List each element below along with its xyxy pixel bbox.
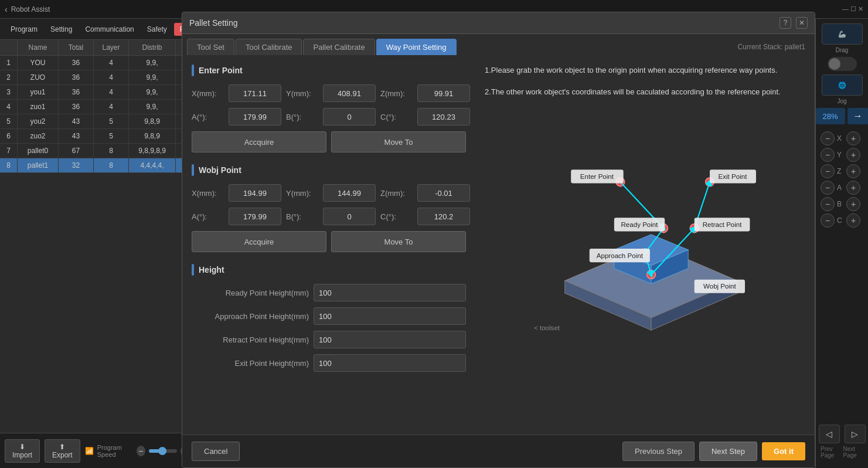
b-axis-label: B: [837, 200, 844, 208]
wobj-y-input[interactable]: [323, 184, 376, 202]
exit-height-input[interactable]: [314, 354, 466, 372]
enter-b-label: B(°):: [286, 113, 318, 121]
arrow-right-button[interactable]: →: [847, 108, 869, 124]
wobj-c-input[interactable]: [417, 208, 470, 225]
info-text-1: 1.Please grab the work object to the ori…: [485, 65, 805, 77]
b-minus-button[interactable]: −: [821, 197, 835, 211]
tab-way-point-setting[interactable]: Way Point Setting: [376, 39, 457, 55]
enter-a-input[interactable]: [229, 108, 281, 126]
table-row[interactable]: 6 zuo2 43 5 9,8,9: [0, 129, 182, 144]
col-num: [0, 40, 18, 55]
c-plus-button[interactable]: +: [846, 213, 860, 228]
enter-c-label: C(°):: [380, 113, 413, 121]
row-name: pallet0: [18, 144, 59, 158]
enter-point-abc-row: A(°): B(°): C(°):: [192, 108, 466, 126]
waypoint-diagram: Enter Point Exit Point Ready Point Retra…: [485, 108, 805, 342]
retract-height-input[interactable]: [314, 331, 466, 348]
row-name: you1: [18, 85, 59, 99]
wifi-icon: 📶: [85, 447, 94, 455]
table-row[interactable]: 2 ZUO 36 4 9,9,: [0, 70, 182, 85]
row-distrib: 9,9,: [129, 70, 176, 84]
enter-y-input[interactable]: [323, 84, 376, 102]
table-row[interactable]: 8 pallet1 32 8 4,4,4,4,: [0, 158, 182, 173]
enter-b-input[interactable]: [323, 108, 376, 126]
right-bottom-nav: ◁ ▷ Prev Page Next Page: [816, 420, 868, 463]
wobj-y-label: Y(mm):: [286, 189, 318, 198]
got-it-button[interactable]: Got it: [762, 442, 805, 460]
import-button[interactable]: ⬇ Import: [5, 439, 40, 463]
previous-step-button[interactable]: Previous Step: [622, 442, 695, 461]
wobj-a-input[interactable]: [229, 208, 281, 225]
tab-tool-calibrate[interactable]: Tool Calibrate: [236, 39, 302, 55]
row-layer: 8: [94, 158, 129, 172]
x-plus-button[interactable]: +: [846, 131, 860, 145]
nav-safety[interactable]: Safety: [141, 23, 173, 36]
c-minus-button[interactable]: −: [821, 213, 835, 228]
a-axis-label: A: [837, 184, 844, 192]
wobj-x-input[interactable]: [229, 184, 281, 202]
wobj-z-input[interactable]: [417, 184, 470, 202]
y-plus-button[interactable]: +: [846, 148, 860, 162]
speed-section: 📶 Program Speed − +: [85, 444, 189, 458]
approach-height-input[interactable]: [314, 307, 466, 325]
wobj-point-xyz-row: X(mm): Y(mm): Z(mm):: [192, 184, 466, 202]
wobj-point-header: Wobj Point: [192, 164, 466, 176]
enter-y-label: Y(mm):: [286, 89, 318, 98]
exit-height-row: Exit Point Height(mm): [192, 354, 466, 372]
table-row[interactable]: 3 you1 36 4 9,9,: [0, 85, 182, 100]
tab-pallet-calibrate[interactable]: Pallet Calibrate: [303, 39, 375, 55]
wobj-a-label: A(°):: [192, 212, 224, 221]
y-minus-button[interactable]: −: [821, 148, 835, 162]
dialog-content: Enter Point X(mm): Y(mm): Z(mm): A(°): B…: [182, 55, 815, 440]
c-axis-row: − C +: [816, 212, 868, 229]
enter-point-diagram-label: Enter Point: [580, 173, 614, 180]
b-plus-button[interactable]: +: [846, 197, 860, 211]
enter-acquire-button[interactable]: Accquire: [192, 131, 326, 152]
row-total: 43: [59, 129, 94, 143]
back-icon[interactable]: ‹: [5, 5, 8, 14]
enter-point-xyz-row: X(mm): Y(mm): Z(mm):: [192, 84, 466, 102]
jog-globe-button[interactable]: 🌐: [822, 74, 863, 96]
height-title: Height: [199, 265, 224, 274]
wobj-moveto-button[interactable]: Move To: [331, 231, 466, 252]
a-plus-button[interactable]: +: [846, 181, 860, 195]
row-distrib: 9,8,9,8,9: [129, 144, 176, 158]
x-minus-button[interactable]: −: [821, 131, 835, 145]
tab-tool-set[interactable]: Tool Set: [187, 39, 234, 55]
enter-z-input[interactable]: [417, 84, 470, 102]
cancel-button[interactable]: Cancel: [192, 442, 240, 461]
dialog-close-button[interactable]: ✕: [796, 17, 808, 29]
wobj-acquire-button[interactable]: Accquire: [192, 231, 326, 252]
wobj-b-input[interactable]: [323, 208, 376, 225]
drag-button[interactable]: 🦾: [822, 23, 863, 45]
export-button[interactable]: ⬆ Export: [45, 439, 80, 463]
table-row[interactable]: 4 zuo1 36 4 9,9,: [0, 100, 182, 114]
dialog-help-button[interactable]: ?: [780, 17, 791, 29]
table-row[interactable]: 5 you2 43 5 9,8,9: [0, 114, 182, 129]
z-minus-button[interactable]: −: [821, 164, 835, 178]
col-distrib: Distrib: [129, 40, 176, 55]
row-total: 32: [59, 158, 94, 172]
ready-height-input[interactable]: [314, 284, 466, 301]
next-page-button[interactable]: ▷: [845, 425, 866, 443]
enter-moveto-button[interactable]: Move To: [331, 131, 466, 152]
prev-page-button[interactable]: ◁: [819, 425, 840, 443]
wobj-point-actions: Accquire Move To: [192, 231, 466, 252]
nav-setting[interactable]: Setting: [45, 23, 78, 36]
nav-communication[interactable]: Communication: [79, 23, 139, 36]
table-row[interactable]: 1 YOU 36 4 9,9,: [0, 56, 182, 70]
enter-c-input[interactable]: [417, 108, 470, 126]
next-step-button[interactable]: Next Step: [699, 442, 757, 461]
table-row[interactable]: 7 pallet0 67 8 9,8,9,8,9: [0, 144, 182, 158]
speed-minus-button[interactable]: −: [137, 446, 145, 456]
a-minus-button[interactable]: −: [821, 181, 835, 195]
table-header: Name Total Layer Distrib: [0, 40, 182, 56]
row-total: 43: [59, 114, 94, 128]
percentage-button[interactable]: 28%: [816, 108, 845, 124]
enter-x-input[interactable]: [229, 84, 281, 102]
height-header: Height: [192, 264, 466, 276]
nav-program[interactable]: Program: [5, 23, 43, 36]
retract-point-diagram-label: Retract Point: [703, 221, 743, 228]
z-plus-button[interactable]: +: [846, 164, 860, 178]
toggle-switch[interactable]: [828, 57, 857, 71]
